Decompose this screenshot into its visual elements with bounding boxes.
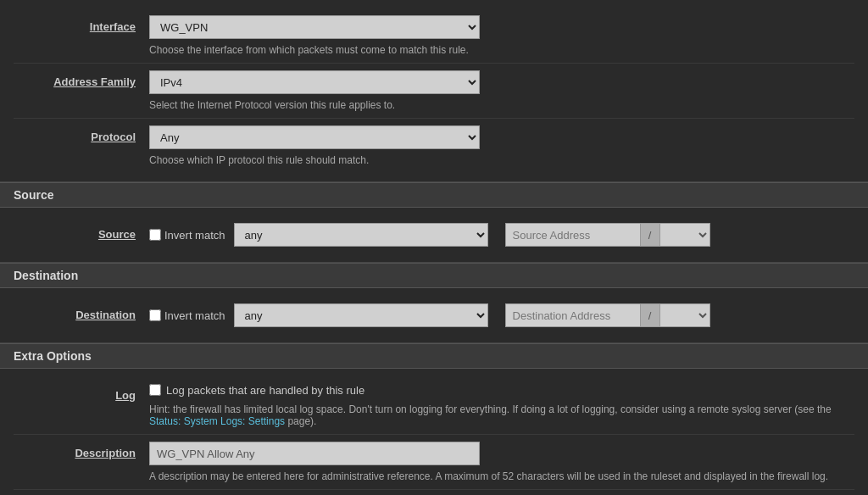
destination-address-input[interactable]	[505, 303, 641, 327]
protocol-row: Protocol Any Choose which IP protocol th…	[14, 119, 854, 173]
source-row: Source Invert match any /	[14, 216, 854, 253]
source-inline: Invert match any /	[149, 223, 854, 247]
source-invert-checkbox[interactable]	[149, 229, 161, 241]
log-checkbox-row: Log packets that are handled by this rul…	[149, 384, 854, 397]
destination-invert-label[interactable]: Invert match	[149, 309, 225, 322]
protocol-help: Choose which IP protocol this rule shoul…	[149, 154, 854, 166]
destination-field: Invert match any /	[149, 303, 854, 327]
system-logs-link[interactable]: Status: System Logs: Settings	[149, 415, 285, 427]
log-checkbox[interactable]	[149, 384, 161, 396]
description-help: A description may be entered here for ad…	[149, 470, 854, 482]
description-input[interactable]	[149, 442, 480, 465]
source-slash: /	[641, 223, 659, 247]
description-label: Description	[14, 442, 149, 459]
protocol-field: Any Choose which IP protocol this rule s…	[149, 125, 854, 166]
log-hint: Hint: the firewall has limited local log…	[149, 403, 854, 427]
destination-inline: Invert match any /	[149, 303, 854, 327]
protocol-label: Protocol	[14, 125, 149, 143]
interface-help: Choose the interface from which packets …	[149, 44, 854, 56]
source-label: Source	[14, 223, 149, 241]
source-section-header: Source	[0, 182, 868, 208]
advanced-options-row: Advanced Options ⚙ Display Advanced	[14, 490, 854, 495]
destination-section-header: Destination	[0, 263, 868, 288]
log-label: Log	[14, 384, 149, 402]
destination-label: Destination	[14, 303, 149, 321]
destination-slash: /	[641, 303, 659, 327]
interface-row: Interface WG_VPN Choose the interface fr…	[14, 8, 854, 64]
source-address-input[interactable]	[505, 223, 641, 247]
description-field: A description may be entered here for ad…	[149, 442, 854, 482]
log-row: Log Log packets that are handled by this…	[14, 377, 854, 435]
destination-cidr-select[interactable]	[659, 303, 710, 327]
address-family-field: IPv4 Select the Internet Protocol versio…	[149, 70, 854, 111]
log-field: Log packets that are handled by this rul…	[149, 384, 854, 427]
source-field: Invert match any /	[149, 223, 854, 247]
source-network-select[interactable]: any	[234, 223, 488, 247]
interface-select[interactable]: WG_VPN	[149, 15, 480, 39]
address-family-select[interactable]: IPv4	[149, 70, 480, 94]
destination-network-select[interactable]: any	[234, 303, 488, 327]
destination-address-section: /	[505, 303, 710, 327]
address-family-row: Address Family IPv4 Select the Internet …	[14, 64, 854, 119]
interface-field: WG_VPN Choose the interface from which p…	[149, 15, 854, 56]
source-address-section: /	[505, 223, 710, 247]
source-invert-label[interactable]: Invert match	[149, 229, 225, 242]
address-family-label: Address Family	[14, 70, 149, 88]
protocol-select[interactable]: Any	[149, 125, 480, 149]
destination-invert-checkbox[interactable]	[149, 309, 161, 321]
interface-label: Interface	[14, 15, 149, 33]
address-family-help: Select the Internet Protocol version thi…	[149, 99, 854, 111]
log-checkbox-label: Log packets that are handled by this rul…	[166, 384, 364, 397]
source-cidr-select[interactable]	[659, 223, 710, 247]
destination-row: Destination Invert match any /	[14, 297, 854, 334]
description-row: Description A description may be entered…	[14, 435, 854, 490]
extra-options-header: Extra Options	[0, 343, 868, 369]
